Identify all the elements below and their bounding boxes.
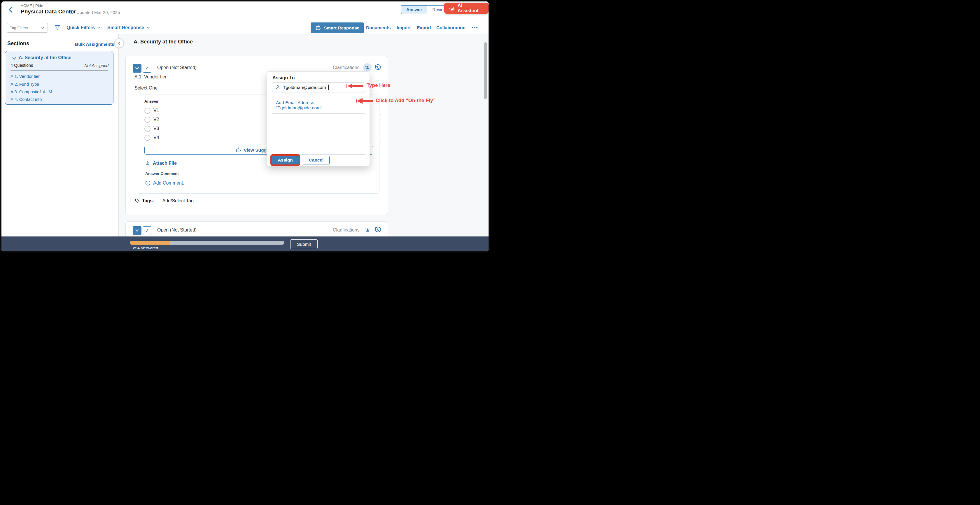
- sidebar-collapse-button[interactable]: [114, 38, 124, 48]
- footer-bar: 1 of 4 Answered Submit: [2, 237, 488, 251]
- header: ACME | Pide Physical Data Center Updated…: [2, 2, 488, 18]
- toolbar: Tag Filters Quick Filters Smart Response…: [2, 18, 488, 34]
- robot-icon: [315, 25, 321, 31]
- assignee-email-value: Tgoldman@pide.com: [283, 85, 326, 90]
- vertical-scrollbar[interactable]: [484, 42, 487, 99]
- click-to-add-annotation: Click to Add “On-the-Fly”: [375, 98, 436, 103]
- cancel-button[interactable]: Cancel: [303, 156, 329, 164]
- tag-filters-label: Tag Filters: [10, 25, 28, 30]
- clarifications-label: Clarifications: [333, 65, 360, 70]
- ai-assistant-button[interactable]: AI Assistant: [444, 3, 488, 14]
- more-menu-icon[interactable]: •••: [472, 25, 478, 30]
- robot-icon: [449, 5, 455, 11]
- text-cursor: [328, 84, 329, 90]
- info-icon[interactable]: [70, 10, 74, 14]
- section-card: A. Security at the Office 4 Questions No…: [5, 51, 113, 105]
- assign-person-icon[interactable]: [363, 226, 372, 234]
- sidebar-divider: [118, 34, 119, 237]
- attach-file-button[interactable]: Attach File: [145, 160, 177, 166]
- sidebar-item-a2[interactable]: A.2. Fund Type: [11, 82, 39, 87]
- collapse-question-button[interactable]: [133, 226, 142, 235]
- quick-filters-label: Quick Filters: [67, 25, 95, 30]
- assignee-suggestion-list: Add Email Address "Tgoldman@pide.com": [272, 97, 365, 154]
- submit-button[interactable]: Submit: [290, 239, 318, 249]
- import-link[interactable]: Import: [397, 25, 410, 30]
- chevron-down-icon: [146, 25, 150, 30]
- question-text: A.1: Vendor tier: [134, 75, 167, 79]
- header-divider: [18, 5, 18, 15]
- sidebar-item-a4[interactable]: A.4. Contact info: [11, 97, 42, 102]
- history-icon[interactable]: [374, 226, 382, 234]
- attach-file-label: Attach File: [153, 160, 177, 166]
- assign-to-title: Assign To: [272, 75, 294, 81]
- section-question-count: 4 Questions: [11, 63, 33, 68]
- section-assigned-status: Not Assigned: [84, 63, 108, 68]
- app-window: ACME | Pide Physical Data Center Updated…: [0, 0, 490, 252]
- tags-row: Tags: Add/Select Tag: [134, 198, 194, 204]
- radio-v3[interactable]: [145, 125, 151, 132]
- collapse-question-button[interactable]: [133, 64, 142, 73]
- export-link[interactable]: Export: [417, 25, 431, 30]
- section-chevron-down-icon[interactable]: [12, 56, 17, 61]
- section-heading-divider: [126, 48, 388, 48]
- chevron-left-icon: [117, 41, 121, 45]
- smart-response-menu-label: Smart Response: [107, 25, 144, 30]
- add-email-option[interactable]: Add Email Address "Tgoldman@pide.com": [272, 97, 365, 114]
- documents-link[interactable]: Documents: [366, 25, 391, 30]
- radio-label-v4[interactable]: V4: [153, 135, 159, 140]
- radio-label-v3[interactable]: V3: [153, 126, 159, 131]
- tab-answer[interactable]: Answer: [401, 5, 427, 14]
- status-divider: [154, 227, 154, 234]
- add-comment-label: Add Comment.: [153, 181, 185, 186]
- type-here-annotation: Type Here: [367, 83, 390, 88]
- type-here-arrow: [347, 84, 363, 88]
- robot-icon: [235, 147, 241, 153]
- radio-label-v1[interactable]: V1: [153, 108, 159, 113]
- status-divider: [154, 64, 154, 72]
- question-status: Open (Not Started): [157, 227, 197, 233]
- assign-button[interactable]: Assign: [272, 156, 299, 164]
- smart-response-button-label: Smart Response: [324, 25, 360, 31]
- radio-label-v2[interactable]: V2: [153, 117, 159, 122]
- sidebar-item-a3[interactable]: A.3. Composite1 AUM: [11, 89, 52, 94]
- progress-text: 1 of 4 Answered: [130, 246, 158, 250]
- person-icon: [275, 84, 281, 90]
- smart-response-dropdown[interactable]: Smart Response: [107, 25, 150, 30]
- expand-question-icon[interactable]: [143, 226, 151, 235]
- progress-fill: [130, 241, 170, 245]
- sections-heading: Sections: [7, 41, 29, 47]
- chevron-down-icon: [41, 26, 45, 30]
- answer-label: Answer: [145, 99, 159, 103]
- sidebar-item-a1[interactable]: A.1. Vendor tier: [11, 74, 40, 79]
- assign-person-icon[interactable]: [363, 63, 372, 72]
- bulk-assignments-link[interactable]: Bulk Assignments: [75, 42, 115, 47]
- add-comment-button[interactable]: Add Comment.: [145, 180, 185, 186]
- tags-label: Tags:: [142, 198, 154, 203]
- radio-v1[interactable]: [145, 108, 151, 114]
- click-to-add-arrow: [356, 98, 373, 104]
- question-type: Select One: [134, 86, 158, 91]
- answer-comment-label: Answer Comment: [145, 172, 179, 176]
- tag-filters-select[interactable]: Tag Filters: [7, 23, 48, 33]
- ai-assistant-label: AI Assistant: [458, 3, 484, 13]
- smart-response-button[interactable]: Smart Response: [310, 22, 364, 33]
- updated-timestamp: Updated Mar 20, 2025: [76, 10, 120, 15]
- radio-v2[interactable]: [145, 117, 151, 123]
- collaboration-link[interactable]: Collaboration: [436, 25, 466, 30]
- radio-v4[interactable]: [145, 135, 151, 141]
- quick-filters-dropdown[interactable]: Quick Filters: [67, 25, 101, 30]
- expand-question-icon[interactable]: [143, 64, 151, 73]
- section-heading: A. Security at the Office: [134, 39, 193, 45]
- clarifications-label: Clarifications: [333, 227, 360, 233]
- sidebar-section-title[interactable]: A. Security at the Office: [19, 55, 72, 60]
- breadcrumb: ACME | Pide: [21, 3, 43, 8]
- history-icon[interactable]: [374, 64, 382, 71]
- tag-icon: [134, 198, 140, 204]
- filter-funnel-icon[interactable]: [54, 24, 61, 31]
- add-select-tag[interactable]: Add/Select Tag: [162, 198, 193, 203]
- back-icon[interactable]: [7, 5, 16, 14]
- progress-bar: [130, 241, 285, 245]
- plus-circle-icon: [145, 180, 151, 186]
- chevron-down-icon: [97, 25, 101, 30]
- page-title: Physical Data Center: [21, 8, 76, 15]
